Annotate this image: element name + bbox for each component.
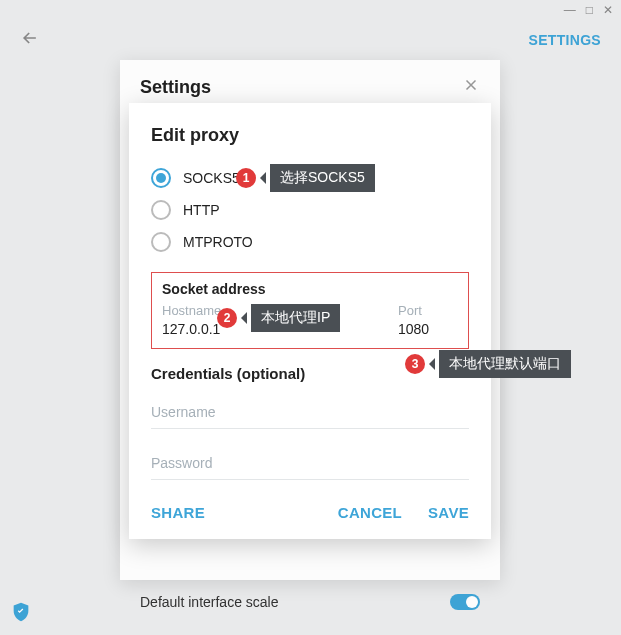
hostname-label: Hostname bbox=[162, 303, 374, 318]
socket-address-section: Socket address Hostname Port bbox=[151, 272, 469, 349]
port-label: Port bbox=[398, 303, 458, 318]
proxy-type-label: MTPROTO bbox=[183, 234, 253, 250]
proxy-type-http[interactable]: HTTP bbox=[151, 194, 469, 226]
hostname-input[interactable] bbox=[162, 321, 374, 337]
save-button[interactable]: SAVE bbox=[428, 504, 469, 521]
port-field-wrap: Port bbox=[398, 303, 458, 338]
proxy-type-label: SOCKS5 bbox=[183, 170, 240, 186]
proxy-type-radio-group: SOCKS5 HTTP MTPROTO bbox=[151, 162, 469, 258]
credentials-section-label: Credentials (optional) bbox=[151, 365, 469, 382]
share-button[interactable]: SHARE bbox=[151, 504, 205, 521]
radio-icon bbox=[151, 168, 171, 188]
password-input[interactable] bbox=[151, 447, 469, 480]
radio-icon bbox=[151, 200, 171, 220]
cancel-button[interactable]: CANCEL bbox=[338, 504, 402, 521]
proxy-type-socks5[interactable]: SOCKS5 bbox=[151, 162, 469, 194]
username-input[interactable] bbox=[151, 396, 469, 429]
proxy-type-label: HTTP bbox=[183, 202, 220, 218]
radio-icon bbox=[151, 232, 171, 252]
edit-proxy-dialog: Edit proxy SOCKS5 HTTP MTPROTO Socket ad… bbox=[129, 103, 491, 539]
socket-address-label: Socket address bbox=[162, 281, 458, 297]
proxy-type-mtproto[interactable]: MTPROTO bbox=[151, 226, 469, 258]
edit-proxy-title: Edit proxy bbox=[151, 125, 469, 146]
port-input[interactable] bbox=[398, 321, 458, 337]
dialog-actions: SHARE CANCEL SAVE bbox=[151, 504, 469, 521]
hostname-field-wrap: Hostname bbox=[162, 303, 374, 338]
